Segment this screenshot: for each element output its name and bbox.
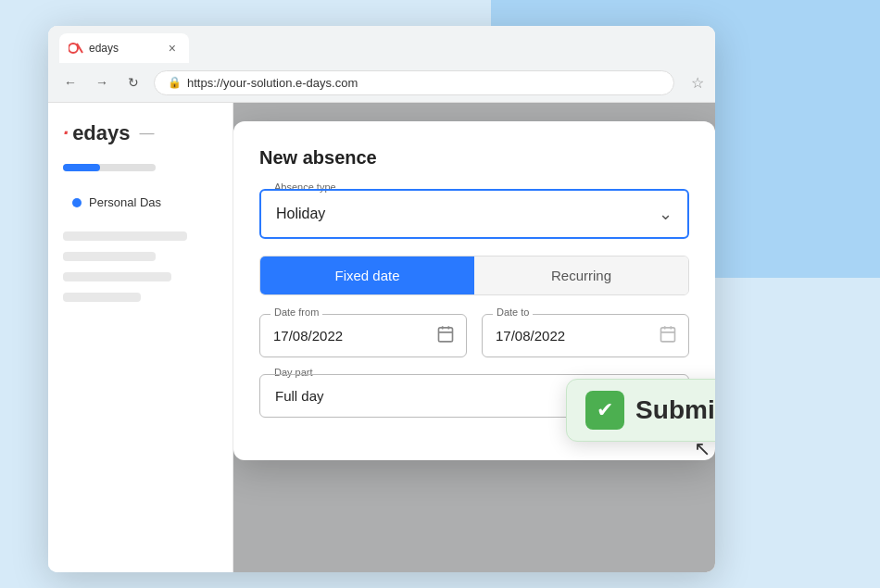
url-text: https://your-solution.e-days.com: [187, 76, 358, 90]
svg-rect-6: [661, 327, 675, 341]
browser-window: edays × ← → ↻ 🔒 https://your-solution.e-…: [48, 26, 715, 572]
address-bar: ← → ↻ 🔒 https://your-solution.e-days.com…: [48, 63, 715, 102]
browser-tab[interactable]: edays ×: [59, 33, 189, 63]
dialog-overlay: New absence Absence type Holiday ⌄: [233, 103, 715, 572]
date-from-label: Date from: [270, 307, 322, 318]
date-to-field: Date to 17/08/2022: [482, 314, 689, 357]
absence-type-field: Absence type Holiday ⌄: [259, 189, 689, 239]
date-to-input[interactable]: 17/08/2022: [482, 314, 689, 357]
reload-button[interactable]: ↻: [122, 71, 145, 94]
svg-point-0: [69, 44, 78, 53]
date-from-value: 17/08/2022: [260, 315, 466, 357]
fixed-date-button[interactable]: Fixed date: [260, 256, 474, 294]
absence-type-select[interactable]: Holiday ⌄: [259, 189, 689, 239]
tab-close-button[interactable]: ×: [169, 41, 176, 56]
submit-label: Submit: [635, 395, 715, 425]
tab-title: edays: [89, 42, 119, 55]
calendar-to-icon[interactable]: [659, 324, 677, 347]
date-row: Date from 17/08/2022: [259, 314, 689, 357]
logo-dash: —: [140, 125, 155, 142]
submit-check-icon: ✔: [585, 391, 624, 430]
skeleton-line-2: [63, 252, 156, 261]
new-absence-dialog: New absence Absence type Holiday ⌄: [233, 121, 715, 460]
recurring-button[interactable]: Recurring: [474, 256, 688, 294]
browser-content: · edays — Personal Das New absence: [48, 103, 715, 572]
dialog-title: New absence: [259, 147, 689, 169]
lock-icon: 🔒: [168, 76, 182, 89]
browser-chrome: edays × ← → ↻ 🔒 https://your-solution.e-…: [48, 26, 715, 103]
sidebar-toggle[interactable]: [63, 164, 156, 171]
main-content: New absence Absence type Holiday ⌄: [233, 103, 715, 572]
chevron-down-icon: ⌄: [659, 204, 673, 224]
back-button[interactable]: ←: [59, 71, 82, 94]
calendar-from-icon[interactable]: [436, 324, 455, 347]
date-to-value: 17/08/2022: [483, 315, 688, 357]
date-to-label: Date to: [493, 307, 533, 318]
date-from-input[interactable]: 17/08/2022: [259, 314, 467, 357]
bookmark-icon[interactable]: ☆: [691, 74, 704, 92]
tab-favicon: [69, 41, 83, 56]
skeleton-line-3: [63, 272, 171, 281]
cursor-icon: ↖: [694, 437, 710, 461]
date-from-field: Date from 17/08/2022: [259, 314, 467, 357]
edays-logo: · edays —: [63, 121, 218, 145]
forward-button[interactable]: →: [91, 71, 113, 94]
svg-rect-2: [439, 327, 453, 341]
url-bar[interactable]: 🔒 https://your-solution.e-days.com: [154, 70, 674, 95]
sidebar-item-label: Personal Das: [89, 195, 161, 209]
skeleton-line-4: [63, 293, 141, 302]
sidebar-item-personal-dashboard[interactable]: Personal Das: [63, 188, 218, 217]
submit-tooltip: ✔ Submit ↖: [566, 379, 715, 442]
date-type-toggle: Fixed date Recurring: [259, 256, 689, 295]
logo-icon: ·: [63, 121, 69, 145]
skeleton-line-1: [63, 231, 187, 241]
sidebar: · edays — Personal Das: [48, 103, 233, 572]
nav-dot-icon: [72, 198, 82, 207]
logo-text: edays: [72, 121, 130, 145]
absence-type-value[interactable]: Holiday ⌄: [261, 191, 687, 237]
tab-bar: edays ×: [48, 26, 715, 63]
